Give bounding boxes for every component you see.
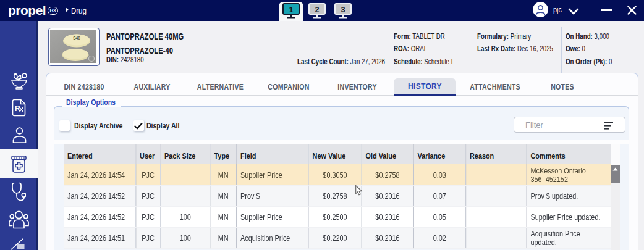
svg-text:3: 3: [341, 6, 345, 14]
svg-text:2: 2: [315, 6, 320, 14]
svg-text:S40: S40: [74, 36, 81, 40]
svg-text:1: 1: [289, 6, 294, 14]
